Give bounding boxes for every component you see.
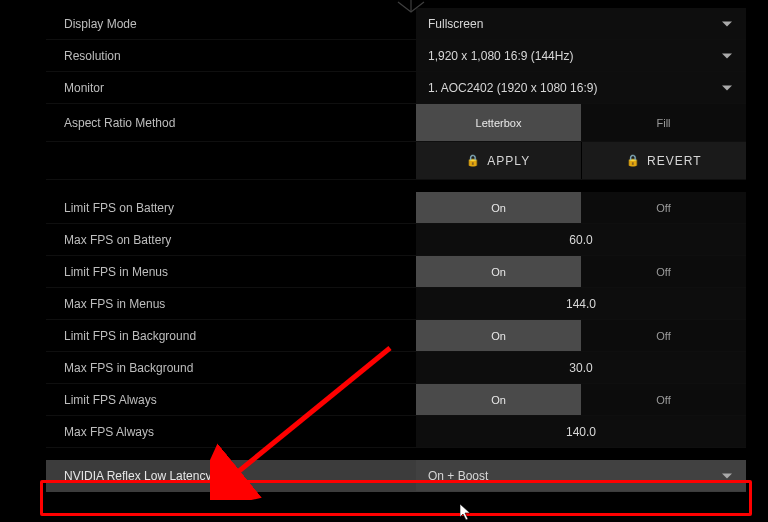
dropdown-monitor[interactable]: 1. AOC2402 (1920 x 1080 16:9) bbox=[416, 72, 746, 103]
toggle-limit-fps-bg-off[interactable]: Off bbox=[581, 320, 746, 351]
chevron-down-icon bbox=[722, 53, 732, 58]
row-max-fps-always: Max FPS Always 140.0 bbox=[46, 416, 746, 448]
label-max-fps-always: Max FPS Always bbox=[46, 425, 416, 439]
chevron-down-icon bbox=[722, 85, 732, 90]
lock-icon: 🔒 bbox=[466, 154, 481, 167]
mouse-cursor-icon bbox=[460, 504, 472, 520]
svg-marker-3 bbox=[460, 504, 470, 520]
row-max-fps-menus: Max FPS in Menus 144.0 bbox=[46, 288, 746, 320]
value-max-fps-always[interactable]: 140.0 bbox=[416, 416, 746, 447]
apply-label: APPLY bbox=[487, 154, 530, 168]
value-max-fps-menus[interactable]: 144.0 bbox=[416, 288, 746, 319]
revert-label: REVERT bbox=[647, 154, 701, 168]
toggle-limit-fps-always-on[interactable]: On bbox=[416, 384, 581, 415]
toggle-limit-fps-always-off[interactable]: Off bbox=[581, 384, 746, 415]
toggle-limit-fps-bg-on[interactable]: On bbox=[416, 320, 581, 351]
label-aspect-ratio: Aspect Ratio Method bbox=[46, 116, 416, 130]
chevron-down-icon bbox=[722, 21, 732, 26]
row-max-fps-bg: Max FPS in Background 30.0 bbox=[46, 352, 746, 384]
label-limit-fps-always: Limit FPS Always bbox=[46, 393, 416, 407]
row-limit-fps-battery: Limit FPS on Battery On Off bbox=[46, 192, 746, 224]
chevron-down-icon bbox=[722, 473, 732, 478]
lock-icon: 🔒 bbox=[626, 154, 641, 167]
value-monitor: 1. AOC2402 (1920 x 1080 16:9) bbox=[428, 81, 597, 95]
dropdown-display-mode[interactable]: Fullscreen bbox=[416, 8, 746, 39]
row-max-fps-battery: Max FPS on Battery 60.0 bbox=[46, 224, 746, 256]
toggle-limit-fps-menus-off[interactable]: Off bbox=[581, 256, 746, 287]
apply-button[interactable]: 🔒 APPLY bbox=[416, 142, 581, 179]
toggle-limit-fps-menus-on[interactable]: On bbox=[416, 256, 581, 287]
value-max-fps-battery[interactable]: 60.0 bbox=[416, 224, 746, 255]
row-apply-revert: 🔒 APPLY 🔒 REVERT bbox=[46, 142, 746, 180]
revert-button[interactable]: 🔒 REVERT bbox=[581, 142, 747, 179]
toggle-aspect-fill[interactable]: Fill bbox=[581, 104, 746, 141]
label-resolution: Resolution bbox=[46, 49, 416, 63]
toggle-aspect-letterbox[interactable]: Letterbox bbox=[416, 104, 581, 141]
row-limit-fps-menus: Limit FPS in Menus On Off bbox=[46, 256, 746, 288]
row-monitor: Monitor 1. AOC2402 (1920 x 1080 16:9) bbox=[46, 72, 746, 104]
row-limit-fps-bg: Limit FPS in Background On Off bbox=[46, 320, 746, 352]
value-resolution: 1,920 x 1,080 16:9 (144Hz) bbox=[428, 49, 573, 63]
value-nvidia-reflex: On + Boost bbox=[428, 469, 488, 483]
dropdown-resolution[interactable]: 1,920 x 1,080 16:9 (144Hz) bbox=[416, 40, 746, 71]
row-resolution: Resolution 1,920 x 1,080 16:9 (144Hz) bbox=[46, 40, 746, 72]
value-display-mode: Fullscreen bbox=[428, 17, 483, 31]
toggle-limit-fps-battery-on[interactable]: On bbox=[416, 192, 581, 223]
label-limit-fps-battery: Limit FPS on Battery bbox=[46, 201, 416, 215]
row-display-mode: Display Mode Fullscreen bbox=[46, 8, 746, 40]
video-settings-panel: Display Mode Fullscreen Resolution 1,920… bbox=[46, 0, 746, 492]
label-max-fps-menus: Max FPS in Menus bbox=[46, 297, 416, 311]
label-max-fps-bg: Max FPS in Background bbox=[46, 361, 416, 375]
label-monitor: Monitor bbox=[46, 81, 416, 95]
row-aspect-ratio: Aspect Ratio Method Letterbox Fill bbox=[46, 104, 746, 142]
label-max-fps-battery: Max FPS on Battery bbox=[46, 233, 416, 247]
toggle-limit-fps-battery-off[interactable]: Off bbox=[581, 192, 746, 223]
dropdown-nvidia-reflex[interactable]: On + Boost bbox=[416, 460, 746, 491]
label-display-mode: Display Mode bbox=[46, 17, 416, 31]
row-nvidia-reflex: NVIDIA Reflex Low Latency On + Boost bbox=[46, 460, 746, 492]
label-limit-fps-bg: Limit FPS in Background bbox=[46, 329, 416, 343]
label-nvidia-reflex: NVIDIA Reflex Low Latency bbox=[46, 469, 416, 483]
row-limit-fps-always: Limit FPS Always On Off bbox=[46, 384, 746, 416]
label-limit-fps-menus: Limit FPS in Menus bbox=[46, 265, 416, 279]
value-max-fps-bg[interactable]: 30.0 bbox=[416, 352, 746, 383]
